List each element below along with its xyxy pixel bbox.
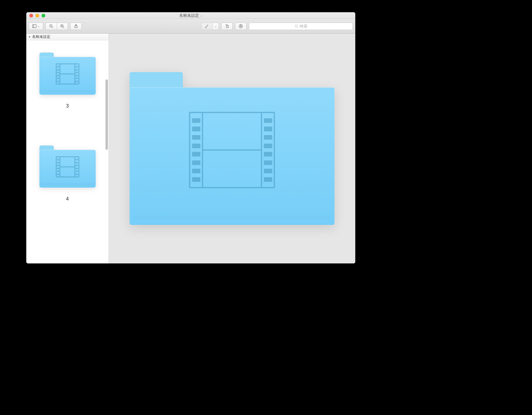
movies-folder-icon xyxy=(39,53,96,95)
sidebar-title: 名称未設定 xyxy=(32,34,50,39)
minimize-button[interactable] xyxy=(35,14,39,17)
sidebar-icon xyxy=(32,24,37,28)
sidebar-header[interactable]: ▼ 名称未設定 xyxy=(26,34,109,40)
svg-rect-0 xyxy=(32,24,36,28)
preview-area[interactable] xyxy=(109,34,355,263)
zoom-button[interactable] xyxy=(42,14,45,17)
preview-window: 名称未設定 ⌄ ⌄ ⌄ xyxy=(26,12,355,263)
rotate-icon xyxy=(225,24,229,28)
title-dropdown-icon: ⌄ xyxy=(200,14,203,17)
highlight-menu-button[interactable]: ⌄ xyxy=(212,23,219,30)
thumbnail-item[interactable]: 3 xyxy=(26,53,109,109)
sidebar-toggle-button[interactable]: ⌄ xyxy=(29,23,43,30)
svg-line-15 xyxy=(297,27,298,28)
disclosure-triangle-icon: ▼ xyxy=(28,35,31,39)
markup-icon xyxy=(238,24,243,28)
scrollbar-thumb[interactable] xyxy=(105,79,108,150)
svg-line-6 xyxy=(63,27,64,28)
search-icon xyxy=(294,24,298,28)
thumbnail-item[interactable]: 4 xyxy=(26,145,109,202)
zoom-out-button[interactable] xyxy=(46,23,57,30)
svg-line-3 xyxy=(52,27,53,28)
sidebar: ▼ 名称未設定 3 xyxy=(26,34,109,263)
zoom-in-icon xyxy=(60,24,65,28)
toolbar: ⌄ ⌄ 検索 xyxy=(26,19,355,34)
window-title[interactable]: 名称未設定 ⌄ xyxy=(179,13,203,18)
movies-folder-icon xyxy=(39,145,96,188)
search-placeholder: 検索 xyxy=(300,24,308,29)
zoom-group xyxy=(46,23,68,30)
rotate-button[interactable] xyxy=(221,23,233,30)
svg-point-14 xyxy=(295,25,297,27)
share-button[interactable] xyxy=(70,23,82,30)
thumbnail-label: 4 xyxy=(66,196,69,202)
zoom-out-icon xyxy=(49,24,54,28)
highlight-button[interactable] xyxy=(201,23,212,30)
markup-toolbar-button[interactable] xyxy=(235,23,246,30)
thumbnail-list[interactable]: 3 4 xyxy=(26,40,109,263)
highlight-icon xyxy=(205,24,209,28)
chevron-down-icon: ⌄ xyxy=(214,24,217,28)
search-field[interactable]: 検索 xyxy=(249,23,353,30)
share-icon xyxy=(74,24,78,28)
traffic-lights xyxy=(29,14,45,17)
close-button[interactable] xyxy=(29,14,33,17)
zoom-in-button[interactable] xyxy=(57,23,68,30)
content: ▼ 名称未設定 3 xyxy=(26,34,355,263)
movies-folder-icon xyxy=(130,72,334,225)
thumbnail-label: 3 xyxy=(66,103,69,109)
chevron-down-icon: ⌄ xyxy=(37,24,40,28)
window-title-text: 名称未設定 xyxy=(179,13,199,18)
sidebar-scrollbar[interactable] xyxy=(105,79,109,150)
markup-group: ⌄ xyxy=(201,23,219,30)
svg-rect-12 xyxy=(226,26,228,28)
titlebar[interactable]: 名称未設定 ⌄ xyxy=(26,12,355,19)
